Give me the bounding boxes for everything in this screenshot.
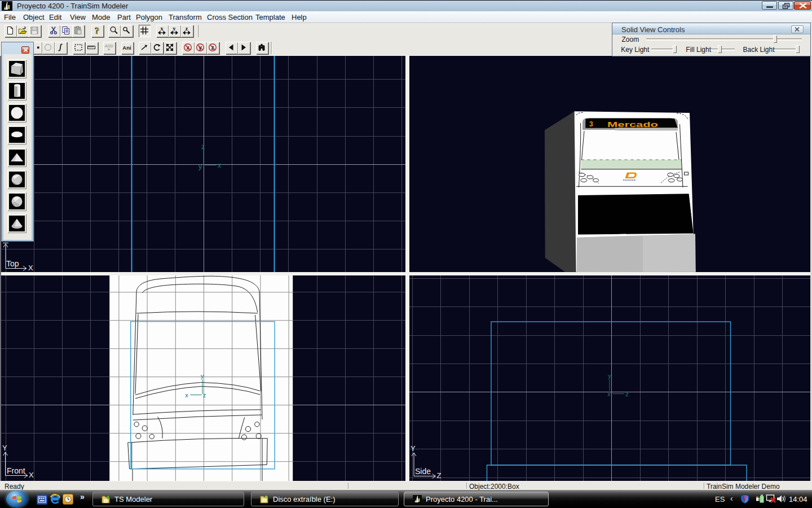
svg-text:Side: Side — [415, 467, 431, 476]
svg-text:Mercado: Mercado — [607, 120, 658, 129]
svg-text:z: z — [625, 391, 629, 397]
svg-text:ADD: ADD — [105, 44, 113, 48]
svg-text:Z: Z — [437, 471, 442, 480]
svg-text:z: z — [203, 392, 206, 398]
svg-text:X: X — [29, 471, 34, 479]
svg-text:Front: Front — [7, 466, 25, 475]
svg-text:V: V — [743, 496, 747, 502]
svg-text:Y: Y — [2, 444, 7, 452]
svg-text:Y: Y — [411, 444, 416, 453]
svg-text:x: x — [185, 392, 188, 398]
svg-text:z: z — [186, 26, 188, 32]
svg-text:X: X — [28, 264, 33, 272]
svg-text:?: ? — [95, 26, 99, 35]
svg-text:x: x — [218, 161, 221, 169]
svg-text:y: y — [608, 373, 611, 379]
svg-text:Ani: Ani — [123, 45, 131, 51]
svg-text:T: T — [626, 174, 629, 178]
svg-text:y: y — [198, 163, 202, 170]
svg-text:Top: Top — [6, 259, 19, 268]
svg-text:x: x — [160, 26, 163, 32]
svg-text:3: 3 — [589, 120, 593, 128]
svg-text:y: y — [201, 373, 204, 379]
svg-text:z: z — [201, 143, 205, 151]
svg-text:x: x — [607, 391, 611, 397]
svg-text:y: y — [173, 26, 175, 32]
